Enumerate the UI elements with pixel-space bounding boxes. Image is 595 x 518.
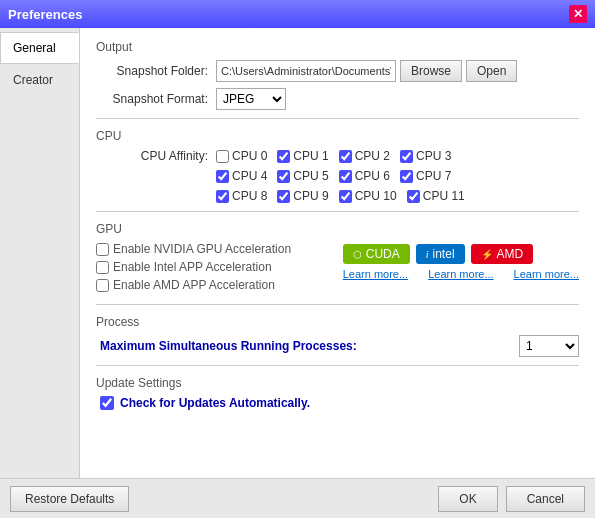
learn-more-row: Learn more... Learn more... Learn more..… bbox=[343, 268, 579, 280]
snapshot-format-row: Snapshot Format: JPEG PNG BMP bbox=[96, 88, 579, 110]
cpu3-item: CPU 3 bbox=[400, 149, 451, 163]
restore-defaults-button[interactable]: Restore Defaults bbox=[10, 486, 129, 512]
cpu7-checkbox[interactable] bbox=[400, 170, 413, 183]
cpu11-checkbox[interactable] bbox=[407, 190, 420, 203]
process-row: Maximum Simultaneous Running Processes: … bbox=[100, 335, 579, 357]
title-bar: Preferences ✕ bbox=[0, 0, 595, 28]
sidebar-item-creator[interactable]: Creator bbox=[0, 64, 79, 96]
cpu5-item: CPU 5 bbox=[277, 169, 328, 183]
amd-checkbox[interactable] bbox=[96, 279, 109, 292]
nvidia-checkbox[interactable] bbox=[96, 243, 109, 256]
cpu7-item: CPU 7 bbox=[400, 169, 451, 183]
gpu-content: Enable NVIDIA GPU Acceleration Enable In… bbox=[96, 242, 579, 296]
cpu6-checkbox[interactable] bbox=[339, 170, 352, 183]
cpu0-item: CPU 0 bbox=[216, 149, 267, 163]
cpu-affinity-label: CPU Affinity: bbox=[96, 149, 216, 163]
cpu11-item: CPU 11 bbox=[407, 189, 465, 203]
cuda-learn-more[interactable]: Learn more... bbox=[343, 268, 408, 280]
cpu1-item: CPU 1 bbox=[277, 149, 328, 163]
auto-update-checkbox[interactable] bbox=[100, 396, 114, 410]
amd-button[interactable]: ⚡ AMD bbox=[471, 244, 534, 264]
gpu-right: ⬡ CUDA i intel ⚡ AMD Learn more... Learn… bbox=[343, 242, 579, 296]
snapshot-folder-input[interactable] bbox=[216, 60, 396, 82]
nvidia-row: Enable NVIDIA GPU Acceleration bbox=[96, 242, 333, 256]
dialog-title: Preferences bbox=[8, 7, 82, 22]
close-button[interactable]: ✕ bbox=[569, 5, 587, 23]
cpu0-checkbox[interactable] bbox=[216, 150, 229, 163]
snapshot-format-dropdown[interactable]: JPEG PNG BMP bbox=[216, 88, 286, 110]
gpu-btn-row: ⬡ CUDA i intel ⚡ AMD bbox=[343, 244, 533, 264]
snapshot-format-label: Snapshot Format: bbox=[96, 92, 216, 106]
cpu3-checkbox[interactable] bbox=[400, 150, 413, 163]
intel-row: Enable Intel APP Acceleration bbox=[96, 260, 333, 274]
bottom-bar: Restore Defaults OK Cancel bbox=[0, 478, 595, 518]
cpu8-checkbox[interactable] bbox=[216, 190, 229, 203]
update-row: Check for Updates Automatically. bbox=[100, 396, 579, 410]
cancel-button[interactable]: Cancel bbox=[506, 486, 585, 512]
cpu-section-label: CPU bbox=[96, 129, 579, 143]
auto-update-label: Check for Updates Automatically. bbox=[120, 396, 310, 410]
amd-learn-more[interactable]: Learn more... bbox=[514, 268, 579, 280]
gpu-left: Enable NVIDIA GPU Acceleration Enable In… bbox=[96, 242, 333, 296]
amd-row: Enable AMD APP Acceleration bbox=[96, 278, 333, 292]
cpu8-item: CPU 8 bbox=[216, 189, 267, 203]
cpu-row-3: CPU 8 CPU 9 CPU 10 CPU 11 bbox=[96, 189, 579, 203]
cpu4-checkbox[interactable] bbox=[216, 170, 229, 183]
output-section-label: Output bbox=[96, 40, 579, 54]
intel-button[interactable]: i intel bbox=[416, 244, 465, 264]
cpu10-checkbox[interactable] bbox=[339, 190, 352, 203]
cpu4-item: CPU 4 bbox=[216, 169, 267, 183]
main-content: Output Snapshot Folder: Browse Open Snap… bbox=[80, 28, 595, 478]
browse-button[interactable]: Browse bbox=[400, 60, 462, 82]
cpu2-checkbox[interactable] bbox=[339, 150, 352, 163]
cpu6-item: CPU 6 bbox=[339, 169, 390, 183]
cpu5-checkbox[interactable] bbox=[277, 170, 290, 183]
sidebar-item-general[interactable]: General bbox=[0, 32, 79, 64]
snapshot-folder-label: Snapshot Folder: bbox=[96, 64, 216, 78]
sidebar: General Creator bbox=[0, 28, 80, 478]
ok-button[interactable]: OK bbox=[438, 486, 497, 512]
cpu-row-1: CPU Affinity: CPU 0 CPU 1 CPU 2 CPU 3 bbox=[96, 149, 579, 163]
open-button[interactable]: Open bbox=[466, 60, 517, 82]
cuda-button[interactable]: ⬡ CUDA bbox=[343, 244, 410, 264]
cpu9-item: CPU 9 bbox=[277, 189, 328, 203]
cpu1-checkbox[interactable] bbox=[277, 150, 290, 163]
ok-cancel-group: OK Cancel bbox=[438, 486, 585, 512]
dialog-body: General Creator Output Snapshot Folder: … bbox=[0, 28, 595, 478]
cpu-row-2: CPU 4 CPU 5 CPU 6 CPU 7 bbox=[96, 169, 579, 183]
gpu-section-label: GPU bbox=[96, 222, 579, 236]
max-process-label: Maximum Simultaneous Running Processes: bbox=[100, 339, 519, 353]
intel-checkbox[interactable] bbox=[96, 261, 109, 274]
snapshot-folder-row: Snapshot Folder: Browse Open bbox=[96, 60, 579, 82]
intel-learn-more[interactable]: Learn more... bbox=[428, 268, 493, 280]
cpu2-item: CPU 2 bbox=[339, 149, 390, 163]
cpu9-checkbox[interactable] bbox=[277, 190, 290, 203]
max-process-dropdown[interactable]: 1 2 3 4 bbox=[519, 335, 579, 357]
update-section-label: Update Settings bbox=[96, 376, 579, 390]
cpu10-item: CPU 10 bbox=[339, 189, 397, 203]
process-section-label: Process bbox=[96, 315, 579, 329]
